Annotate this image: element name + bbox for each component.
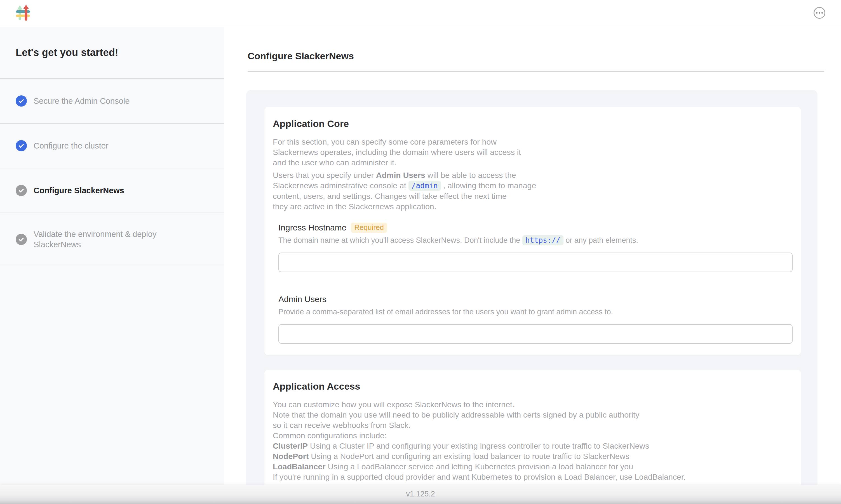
- inline-code-admin-path: /admin: [409, 181, 441, 191]
- sidebar-item-configure-cluster[interactable]: Configure the cluster: [0, 124, 224, 168]
- section-description-line: For this section, you can specify some c…: [273, 137, 793, 147]
- ingress-hostname-input[interactable]: [279, 253, 793, 272]
- application-access-description: You can customize how you will expose Sl…: [273, 399, 793, 482]
- section-title-application-core: Application Core: [273, 118, 793, 129]
- version-label: v1.125.2: [406, 490, 435, 498]
- section-description-line: and the user who can administer it.: [273, 158, 793, 168]
- sidebar-header: Let's get you started!: [0, 27, 224, 79]
- page-title: Configure SlackerNews: [248, 51, 354, 61]
- check-circle-icon: [16, 140, 27, 151]
- sidebar-item-validate-deploy[interactable]: Validate the environment & deploy Slacke…: [0, 213, 224, 266]
- step-label: Secure the Admin Console: [34, 96, 129, 106]
- required-badge: Required: [351, 223, 387, 233]
- sidebar-item-secure-admin-console[interactable]: Secure the Admin Console: [0, 79, 224, 124]
- footer-bar: v1.125.2: [0, 485, 841, 504]
- field-admin-users: Admin Users Provide a comma-separated li…: [279, 294, 793, 344]
- card-application-core: Application Core For this section, you c…: [264, 107, 801, 355]
- setup-steps-sidebar: Let's get you started! Secure the Admin …: [0, 27, 224, 504]
- field-help: The domain name at which you'll access S…: [279, 235, 793, 245]
- admin-users-input[interactable]: [279, 324, 793, 344]
- overflow-menu-button[interactable]: [813, 7, 825, 19]
- section-title-application-access: Application Access: [273, 380, 793, 392]
- sidebar-item-configure-slackernews[interactable]: Configure SlackerNews: [0, 168, 224, 213]
- sidebar-title: Let's get you started!: [16, 47, 118, 58]
- step-label: Configure the cluster: [34, 141, 109, 151]
- title-divider: [248, 71, 824, 72]
- main-content: Configure SlackerNews Application Core F…: [224, 27, 841, 504]
- step-label: Validate the environment & deploy Slacke…: [34, 229, 186, 250]
- ellipsis-icon: [816, 12, 818, 14]
- field-ingress-hostname: Ingress Hostname Required The domain nam…: [279, 222, 793, 272]
- step-label: Configure SlackerNews: [34, 185, 124, 196]
- app-logo-icon: [16, 4, 30, 21]
- card-application-access: Application Access You can customize how…: [264, 370, 801, 504]
- check-circle-icon: [16, 95, 27, 107]
- section-description-line: Slackernews operates, including the doma…: [273, 147, 793, 158]
- field-help: Provide a comma-separated list of email …: [279, 307, 793, 317]
- field-label: Ingress Hostname: [279, 223, 346, 232]
- top-navbar: [0, 0, 841, 26]
- config-panel: Application Core For this section, you c…: [246, 90, 818, 504]
- field-label: Admin Users: [279, 294, 326, 304]
- admin-users-note: Users that you specify under Admin Users…: [273, 170, 793, 212]
- check-circle-icon: [16, 185, 27, 196]
- inline-code-https: https://: [522, 235, 563, 245]
- check-circle-icon: [16, 234, 27, 245]
